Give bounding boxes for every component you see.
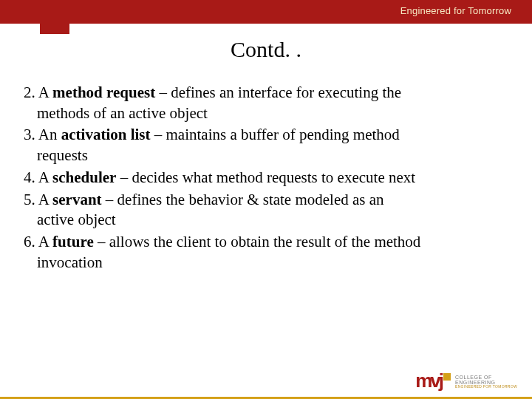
header-tagline: Engineered for Tomorrow (400, 5, 511, 16)
item-post: – allows the client to obtain the result… (94, 233, 421, 250)
item-continuation: requests (24, 146, 508, 166)
item-continuation: methods of an active object (24, 103, 508, 124)
logo-subtitle: ENGINEERED FOR TOMORROW (455, 385, 517, 389)
item-pre: An (35, 126, 61, 143)
list-item: 3. An activation list – maintains a buff… (24, 125, 508, 166)
item-number: 5. (24, 191, 35, 208)
item-pre: A (35, 83, 52, 101)
logo-text-mark: mvj (415, 369, 442, 392)
item-post: – defines an interface for executing the (155, 83, 401, 101)
footer-logo: mvj COLLEGE OF ENGINEERING ENGINEERED FO… (415, 373, 517, 390)
item-continuation: invocation (24, 253, 508, 273)
logo-line1: COLLEGE OF (455, 375, 517, 380)
item-number: 3. (24, 126, 35, 143)
item-term: servant (52, 191, 102, 208)
page-title: Contd. . (0, 37, 532, 62)
slide: Engineered for Tomorrow Contd. . 2. A me… (0, 0, 532, 399)
header-notch (40, 24, 69, 34)
item-post: – defines the behavior & state modeled a… (102, 191, 384, 208)
item-post: – maintains a buffer of pending method (151, 126, 400, 143)
item-post: – decides what method requests to execut… (116, 168, 415, 186)
item-pre: A (35, 233, 52, 250)
header-banner-accent (0, 0, 325, 24)
item-number: 2. (24, 83, 35, 101)
logo-mark: mvj (415, 373, 451, 390)
list-item: 2. A method request – defines an interfa… (24, 83, 508, 123)
item-pre: A (35, 168, 52, 186)
item-continuation: active object (24, 210, 508, 231)
logo-caption: COLLEGE OF ENGINEERING ENGINEERED FOR TO… (455, 375, 517, 389)
item-term: activation list (61, 126, 151, 143)
item-number: 4. (24, 168, 35, 186)
item-number: 6. (24, 233, 35, 250)
item-term: future (52, 233, 94, 250)
list-item: 4. A scheduler – decides what method req… (24, 168, 508, 188)
logo-square-icon (443, 373, 451, 381)
list-item: 6. A future – allows the client to obtai… (24, 232, 508, 273)
item-term: scheduler (52, 168, 116, 186)
item-term: method request (52, 83, 155, 101)
content-body: 2. A method request – defines an interfa… (24, 83, 508, 274)
list-item: 5. A servant – defines the behavior & st… (24, 190, 508, 231)
item-pre: A (35, 191, 52, 208)
